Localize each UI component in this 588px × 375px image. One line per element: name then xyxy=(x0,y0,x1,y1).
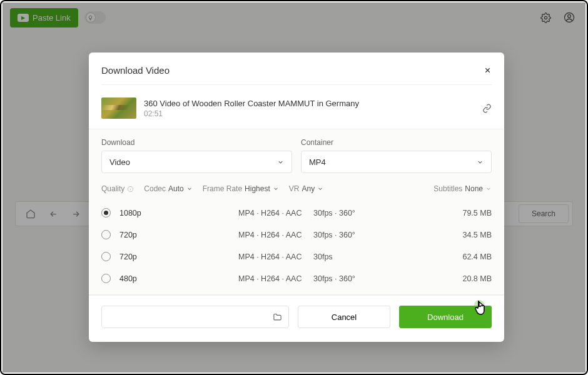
video-thumbnail xyxy=(101,98,136,119)
container-select[interactable]: MP4 xyxy=(301,151,492,173)
chevron-down-icon xyxy=(186,186,193,192)
quality-option[interactable]: 720pMP4 · H264 · AAC30fps62.4 MB xyxy=(101,246,492,268)
quality-options-list: 1080pMP4 · H264 · AAC30fps · 360°79.5 MB… xyxy=(101,202,492,293)
subtitles-filter-label: Subtitles xyxy=(433,184,462,193)
download-type-value: Video xyxy=(109,158,130,167)
video-duration: 02:51 xyxy=(144,109,475,118)
app-window: ▶ Paste Link Search xyxy=(3,2,585,372)
folder-icon xyxy=(273,312,282,322)
download-type-select[interactable]: Video xyxy=(101,151,292,173)
download-button[interactable]: Download xyxy=(399,306,492,328)
dialog-footer: Cancel Download xyxy=(89,295,504,342)
quality-value: 1080p xyxy=(119,209,238,218)
save-path-input[interactable] xyxy=(101,306,289,328)
codec-value: MP4 · H264 · AAC xyxy=(238,252,313,261)
vr-filter-label: VR xyxy=(289,184,300,193)
quality-option[interactable]: 1080pMP4 · H264 · AAC30fps · 360°79.5 MB xyxy=(101,202,492,224)
cancel-button[interactable]: Cancel xyxy=(298,306,390,328)
quality-option[interactable]: 720pMP4 · H264 · AAC30fps · 360°34.5 MB xyxy=(101,224,492,246)
codec-filter-label: Codec xyxy=(144,184,166,193)
cancel-label: Cancel xyxy=(332,312,357,322)
chevron-down-icon xyxy=(485,186,492,192)
dialog-title: Download Video xyxy=(101,65,170,76)
video-title: 360 Video of Wooden Roller Coaster MAMMU… xyxy=(144,99,475,108)
framerate-filter-label: Frame Rate xyxy=(203,184,242,193)
codec-value: MP4 · H264 · AAC xyxy=(238,274,313,283)
radio-button[interactable] xyxy=(101,274,111,283)
filters-row: Quality Codec Auto Frame Rate Highest VR… xyxy=(101,184,492,193)
framerate-filter-value: Highest xyxy=(245,184,270,193)
fps-value: 30fps xyxy=(313,252,407,261)
quality-value: 720p xyxy=(119,231,238,239)
download-type-field: Download Video xyxy=(101,138,292,173)
video-info: 360 Video of Wooden Roller Coaster MAMMU… xyxy=(89,95,504,129)
codec-value: MP4 · H264 · AAC xyxy=(238,231,313,239)
radio-button[interactable] xyxy=(101,230,111,239)
container-label: Container xyxy=(301,138,492,147)
fps-value: 30fps · 360° xyxy=(313,209,407,218)
chevron-down-icon xyxy=(277,159,284,166)
quality-option[interactable]: 480pMP4 · H264 · AAC30fps · 360°20.8 MB xyxy=(101,268,492,289)
framerate-filter[interactable]: Frame Rate Highest xyxy=(203,184,279,193)
download-dialog: Download Video 360 Video of Wooden Rolle… xyxy=(89,52,504,342)
size-value: 20.8 MB xyxy=(407,274,492,283)
close-icon xyxy=(484,66,492,74)
radio-button[interactable] xyxy=(101,208,111,218)
info-icon xyxy=(127,186,134,192)
size-value: 79.5 MB xyxy=(407,209,492,218)
close-button[interactable] xyxy=(484,66,492,74)
vr-filter[interactable]: VR Any xyxy=(289,184,323,193)
quality-filter-label: Quality xyxy=(101,184,124,193)
link-icon xyxy=(482,104,492,113)
download-type-label: Download xyxy=(101,138,292,147)
radio-button[interactable] xyxy=(101,252,111,261)
codec-value: MP4 · H264 · AAC xyxy=(238,209,313,218)
container-value: MP4 xyxy=(309,158,326,167)
chevron-down-icon xyxy=(273,186,279,192)
chevron-down-icon xyxy=(317,186,323,192)
codec-filter[interactable]: Codec Auto xyxy=(144,184,192,193)
config-section: Download Video Container MP4 xyxy=(89,129,504,295)
subtitles-filter[interactable]: Subtitles None xyxy=(433,184,492,193)
chevron-down-icon xyxy=(477,159,484,166)
vr-filter-value: Any xyxy=(302,184,315,193)
fps-value: 30fps · 360° xyxy=(313,231,407,239)
download-label: Download xyxy=(427,312,464,322)
container-field: Container MP4 xyxy=(301,138,492,173)
codec-filter-value: Auto xyxy=(168,184,184,193)
size-value: 34.5 MB xyxy=(407,231,492,239)
quality-value: 720p xyxy=(119,252,238,261)
quality-filter[interactable]: Quality xyxy=(101,184,134,193)
quality-value: 480p xyxy=(119,274,238,283)
size-value: 62.4 MB xyxy=(407,252,492,261)
subtitles-filter-value: None xyxy=(465,184,483,193)
open-link-button[interactable] xyxy=(482,104,492,113)
fps-value: 30fps · 360° xyxy=(313,274,407,283)
